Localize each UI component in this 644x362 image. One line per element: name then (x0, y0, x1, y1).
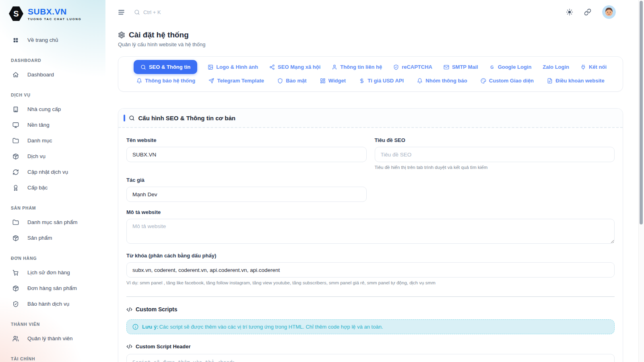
sidebar-item-label: Dịch vụ (27, 153, 45, 159)
sidebar-item-label: Danh mục sản phẩm (27, 219, 78, 225)
send-icon (208, 78, 214, 84)
tab-usd-rate-api[interactable]: Tỉ giá USD API (358, 74, 405, 87)
tab-label: Custom Giao diện (489, 78, 534, 84)
tab-contact-info[interactable]: Thông tin liên hệ (331, 60, 383, 74)
author-input[interactable] (126, 187, 367, 202)
sidebar-item-services[interactable]: Dịch vụ (0, 148, 105, 164)
building-icon (12, 106, 19, 113)
page-subtitle: Quản lý cấu hình website và hệ thống (118, 41, 623, 47)
sidebar-item-service-update[interactable]: Cập nhật dịch vụ (0, 164, 105, 180)
avatar[interactable] (602, 5, 616, 19)
tab-label: SEO & Thông tin (149, 64, 190, 70)
tab-seo-social[interactable]: SEO Mạng xã hội (268, 60, 321, 74)
tab-smtp-mail[interactable]: SMTP Mail (443, 60, 479, 74)
sidebar-item-label: Dashboard (27, 72, 54, 78)
settings-tabs: SEO & Thông tin Logo & Hình ảnh SEO Mạng… (118, 56, 623, 92)
info-icon (132, 324, 138, 330)
sidebar-item-warranty[interactable]: Bảo hành dịch vụ (0, 296, 105, 312)
search-icon (140, 64, 146, 70)
sidebar-item-label: Bảo hành dịch vụ (27, 301, 69, 307)
sidebar-item-order-history[interactable]: Lịch sử đơn hàng (0, 265, 105, 280)
tab-seo-info[interactable]: SEO & Thông tin (134, 60, 197, 74)
sidebar-item-ranks[interactable]: Cấp bậc (0, 180, 105, 195)
tab-custom-theme[interactable]: Custom Giao diện (480, 74, 535, 87)
sidebar-item-label: Lịch sử đơn hàng (27, 269, 70, 276)
scrollbar-thumb[interactable] (640, 1, 643, 224)
avatar-image (602, 5, 616, 19)
gear-icon (118, 31, 125, 39)
svg-text:S: S (13, 9, 19, 18)
sidebar-item-product-categories[interactable]: Danh mục sản phẩm (0, 214, 105, 230)
custom-script-header-textarea[interactable] (126, 354, 615, 362)
card-title: Cấu hình SEO & Thông tin cơ bản (138, 115, 236, 121)
menu-toggle-button[interactable] (118, 8, 125, 16)
tab-label: Thông tin liên hệ (340, 64, 382, 70)
search-input[interactable] (143, 9, 232, 15)
award-icon (12, 185, 19, 191)
search-icon (129, 115, 135, 121)
card-header: Cấu hình SEO & Thông tin cơ bản (118, 109, 623, 128)
sidebar-item-dashboard[interactable]: Dashboard (0, 67, 105, 82)
brand-tagline: TUONG TAC CHAT LUONG (28, 17, 82, 21)
sidebar-item-categories[interactable]: Danh mục (0, 133, 105, 148)
sun-icon (566, 8, 573, 16)
tab-widget[interactable]: Widget (319, 74, 347, 87)
users-icon (12, 335, 19, 342)
shield-icon (277, 78, 283, 84)
brand-name: SUBX.VN (28, 7, 82, 16)
palette-icon (481, 78, 486, 84)
tab-label: Logo & Hình ảnh (216, 64, 258, 70)
global-search (134, 9, 232, 15)
tab-website-terms[interactable]: Điều khoản website (546, 74, 605, 87)
refresh-icon (12, 169, 19, 175)
tab-label: Zalo Login (543, 64, 569, 70)
keywords-input[interactable] (126, 262, 615, 278)
mail-icon (444, 64, 449, 70)
tab-security[interactable]: Bảo mật (277, 74, 307, 87)
tab-label: Nhóm thông báo (425, 78, 467, 84)
link-button[interactable] (584, 8, 591, 16)
theme-toggle-button[interactable] (566, 8, 573, 16)
seo-title-input[interactable] (375, 147, 615, 162)
brand-logo[interactable]: S SUBX.VN TUONG TAC CHAT LUONG (0, 0, 105, 22)
scripts-warning-alert: Lưu ý:Các script sẽ được thêm vào các vị… (126, 319, 615, 334)
tab-recaptcha[interactable]: reCAPTCHA (392, 60, 433, 74)
package-icon (12, 153, 19, 160)
brand-hexagon-icon: S (8, 6, 24, 22)
sidebar-item-product-orders[interactable]: Đơn hàng sản phẩm (0, 280, 105, 296)
tab-google-login[interactable]: Google Login (489, 60, 533, 74)
sidebar-nav: Về trang chủ DASHBOARD Dashboard DỊCH VỤ… (0, 32, 105, 362)
sidebar-item-home[interactable]: Về trang chủ (0, 32, 105, 48)
tab-zalo-login[interactable]: Zalo Login (542, 60, 570, 74)
tab-telegram-template[interactable]: Telegram Template (208, 74, 265, 87)
link-icon (584, 8, 591, 16)
tab-label: Tỉ giá USD API (367, 78, 404, 84)
tab-system-notifications[interactable]: Thông báo hệ thống (136, 74, 196, 87)
sidebar-item-providers[interactable]: Nhà cung cấp (0, 101, 105, 117)
tab-label: Điều khoản website (555, 78, 604, 84)
tab-logo-images[interactable]: Logo & Hình ảnh (207, 60, 259, 74)
site-name-label: Tên website (126, 137, 367, 143)
site-name-input[interactable] (126, 147, 367, 162)
sidebar-item-member-management[interactable]: Quản lý thành viên (0, 331, 105, 346)
tab-label: SMTP Mail (452, 64, 478, 70)
tabs-row-2: Thông báo hệ thống Telegram Template Bảo… (124, 74, 617, 87)
google-icon (489, 64, 495, 70)
field-site-name: Tên website (126, 137, 367, 170)
widget-icon (320, 78, 326, 84)
description-textarea[interactable] (126, 219, 615, 244)
seo-title-helper: Tiêu đề hiển thị trên tab trình duyệt và… (375, 165, 615, 170)
image-icon (208, 64, 213, 70)
tab-label: Google Login (498, 64, 532, 70)
grid-icon (12, 37, 19, 43)
page-scrollbar[interactable] (638, 0, 644, 362)
main-area: Cài đặt hệ thống Quản lý cấu hình websit… (105, 0, 644, 362)
sidebar-item-products[interactable]: Sản phẩm (0, 230, 105, 246)
package-icon (12, 285, 19, 292)
sidebar-item-platforms[interactable]: Nền tảng (0, 117, 105, 133)
tab-connections[interactable]: Kết nối (580, 60, 607, 74)
sidebar-item-label: Cấp bậc (27, 185, 47, 191)
tab-notification-groups[interactable]: Nhóm thông báo (416, 74, 468, 87)
sidebar-item-label: Quản lý thành viên (27, 335, 73, 341)
page-title: Cài đặt hệ thống (118, 31, 623, 39)
